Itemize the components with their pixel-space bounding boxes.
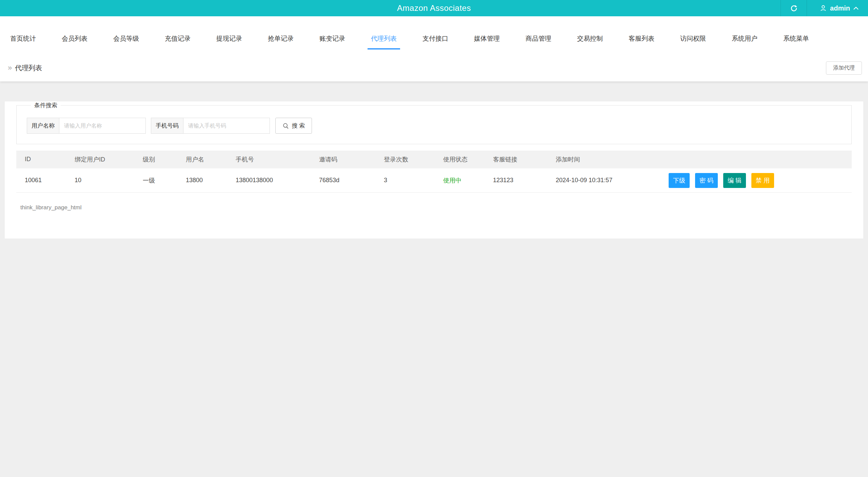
user-menu[interactable]: admin — [807, 0, 868, 16]
tab-recharge-log[interactable]: 充值记录 — [161, 34, 194, 50]
search-panel: 条件搜索 用户名称 手机号码 搜 索 — [16, 101, 852, 144]
phone-label: 手机号码 — [151, 118, 183, 134]
username-input[interactable] — [59, 118, 146, 134]
col-header-status: 使用状态 — [435, 151, 485, 168]
user-name: admin — [830, 4, 850, 12]
table-header-row: ID 绑定用户ID 级别 用户名 手机号 邀请码 登录次数 使用状态 客服链接 … — [16, 151, 852, 168]
disable-button[interactable]: 禁 用 — [751, 173, 774, 188]
refresh-icon — [790, 4, 798, 12]
cell-service-link: 123123 — [485, 168, 547, 192]
tab-withdraw-log[interactable]: 提现记录 — [213, 34, 245, 50]
top-bar: Amazon Associates admin — [0, 0, 868, 16]
cell-phone: 13800138000 — [227, 168, 311, 192]
cell-invite-code: 76853d — [311, 168, 375, 192]
col-header-level: 级别 — [134, 151, 177, 168]
app-title: Amazon Associates — [0, 3, 868, 13]
search-button-label: 搜 索 — [292, 122, 305, 130]
col-header-login-count: 登录次数 — [375, 151, 435, 168]
col-header-username: 用户名 — [177, 151, 227, 168]
search-button[interactable]: 搜 索 — [275, 118, 312, 134]
chevron-up-icon — [853, 6, 859, 10]
breadcrumb: » 代理列表 — [8, 63, 42, 73]
agent-table: ID 绑定用户ID 级别 用户名 手机号 邀请码 登录次数 使用状态 客服链接 … — [16, 151, 852, 193]
tab-agent-list[interactable]: 代理列表 — [368, 34, 400, 50]
tab-system-users[interactable]: 系统用户 — [728, 34, 761, 50]
col-header-service-link: 客服链接 — [485, 151, 547, 168]
main-nav: 首页统计 会员列表 会员等级 充值记录 提现记录 抢单记录 账变记录 代理列表 … — [0, 16, 868, 50]
tab-product-manage[interactable]: 商品管理 — [522, 34, 555, 50]
page-body: 条件搜索 用户名称 手机号码 搜 索 — [0, 81, 868, 246]
tab-payment-api[interactable]: 支付接口 — [419, 34, 452, 50]
col-header-id: ID — [16, 151, 66, 168]
col-header-created-at: 添加时间 — [547, 151, 660, 168]
cell-created-at: 2024-10-09 10:31:57 — [547, 168, 660, 192]
search-panel-legend: 条件搜索 — [31, 101, 61, 109]
tab-access-rights[interactable]: 访问权限 — [677, 34, 709, 50]
table-row: 10061 10 一级 13800 13800138000 76853d 3 使… — [16, 168, 852, 192]
tab-grab-order-log[interactable]: 抢单记录 — [264, 34, 297, 50]
col-header-invite-code: 邀请码 — [311, 151, 375, 168]
add-agent-button[interactable]: 添加代理 — [826, 61, 862, 75]
cell-username: 13800 — [177, 168, 227, 192]
password-button[interactable]: 密 码 — [695, 173, 718, 188]
status-badge: 使用中 — [435, 168, 485, 192]
col-header-bind-user-id: 绑定用户ID — [66, 151, 134, 168]
breadcrumb-row: » 代理列表 添加代理 — [0, 50, 868, 81]
col-header-phone: 手机号 — [227, 151, 311, 168]
page-title: 代理列表 — [15, 63, 42, 73]
cell-level: 一级 — [134, 168, 177, 192]
cell-login-count: 3 — [375, 168, 435, 192]
header-section: 首页统计 会员列表 会员等级 充值记录 提现记录 抢单记录 账变记录 代理列表 … — [0, 16, 868, 81]
content-card: 条件搜索 用户名称 手机号码 搜 索 — [5, 101, 863, 238]
cell-id: 10061 — [16, 168, 66, 192]
tab-service-list[interactable]: 客服列表 — [625, 34, 658, 50]
tab-member-level[interactable]: 会员等级 — [110, 34, 142, 50]
tab-balance-log[interactable]: 账变记录 — [316, 34, 349, 50]
cell-bind-user-id: 10 — [66, 168, 134, 192]
phone-input[interactable] — [183, 118, 270, 134]
username-filter-group: 用户名称 — [27, 118, 146, 134]
tab-member-list[interactable]: 会员列表 — [58, 34, 91, 50]
breadcrumb-arrows-icon: » — [8, 64, 12, 72]
username-label: 用户名称 — [27, 118, 59, 134]
magnifier-icon — [282, 122, 289, 129]
refresh-button[interactable] — [781, 0, 807, 16]
top-bar-actions: admin — [781, 0, 868, 16]
phone-filter-group: 手机号码 — [151, 118, 270, 134]
debug-note: think_library_page_html — [20, 204, 852, 211]
col-header-actions — [660, 151, 852, 168]
user-icon — [820, 4, 827, 12]
subordinates-button[interactable]: 下级 — [669, 173, 690, 188]
tab-home-stats[interactable]: 首页统计 — [7, 34, 39, 50]
edit-button[interactable]: 编 辑 — [723, 173, 746, 188]
tab-trade-control[interactable]: 交易控制 — [574, 34, 606, 50]
row-actions: 下级 密 码 编 辑 禁 用 — [669, 169, 852, 192]
tab-system-menu[interactable]: 系统菜单 — [780, 34, 812, 50]
tab-media-manage[interactable]: 媒体管理 — [471, 34, 503, 50]
